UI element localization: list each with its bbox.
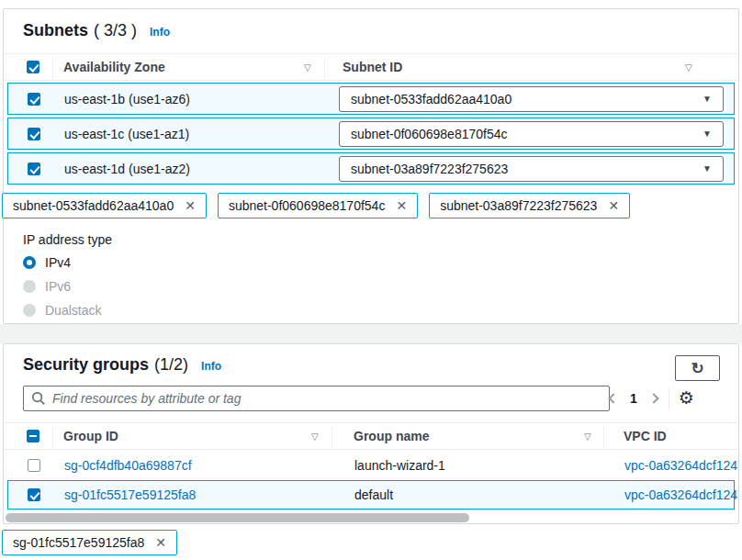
caret-down-icon: ▼	[703, 87, 712, 111]
column-header-group-id[interactable]: Group ID	[63, 429, 118, 443]
subnets-count: ( 3/3 )	[94, 21, 137, 40]
radio-option-ipv6[interactable]: IPv6	[23, 279, 71, 294]
ip-address-type-label: IP address type	[23, 232, 112, 247]
sort-icon[interactable]: ▽	[311, 431, 319, 442]
pagination-page-number[interactable]: 1	[630, 391, 637, 406]
subnets-title: Subnets	[23, 21, 88, 40]
close-icon[interactable]: ✕	[185, 199, 196, 212]
security-groups-count: (1/2)	[154, 355, 188, 375]
subnet-row[interactable]: us-east-1b (use1-az6) subnet-0533fadd62a…	[7, 83, 735, 115]
radio-option-dualstack[interactable]: Dualstack	[23, 303, 101, 318]
security-group-token: sg-01fc5517e59125fa8 ✕	[2, 530, 177, 555]
subnet-id-select[interactable]: subnet-0533fadd62aa410a0 ▼	[339, 86, 724, 112]
vpc-id-link[interactable]: vpc-0a63264dcf124	[624, 487, 737, 502]
availability-zone-label: us-east-1c (use1-az1)	[64, 127, 189, 141]
close-icon[interactable]: ✕	[155, 536, 166, 549]
row-checkbox[interactable]	[28, 162, 40, 175]
pagination-prev-icon[interactable]	[608, 393, 618, 403]
panel-gap	[0, 324, 742, 343]
column-header-vpc-id[interactable]: VPC ID	[624, 429, 667, 443]
security-groups-table-header: Group ID ▽ Group name ▽ VPC ID	[4, 422, 738, 450]
settings-gear-icon[interactable]: ⚙	[679, 389, 694, 408]
group-name-label: default	[354, 487, 393, 502]
token-label: subnet-03a89f7223f275623	[440, 198, 597, 213]
security-groups-title: Security groups	[23, 355, 149, 375]
token-label: sg-01fc5517e59125fa8	[13, 535, 144, 550]
subnet-row[interactable]: us-east-1d (use1-az2) subnet-03a89f7223f…	[7, 152, 735, 185]
token-label: subnet-0f060698e8170f54c	[229, 198, 385, 213]
security-group-row[interactable]: sg-0cf4dfb40a69887cf launch-wizard-1 vpc…	[7, 451, 735, 480]
sort-icon[interactable]: ▽	[304, 62, 311, 73]
sort-icon[interactable]: ▽	[685, 62, 692, 73]
subnet-token-group: subnet-0533fadd62aa410a0 ✕ subnet-0f0606…	[2, 193, 630, 218]
radio-selected-icon[interactable]	[23, 256, 36, 269]
token-label: subnet-0533fadd62aa410a0	[13, 198, 174, 213]
radio-disabled-icon	[23, 280, 36, 293]
row-checkbox[interactable]	[28, 459, 40, 472]
column-header-group-name[interactable]: Group name	[354, 429, 429, 443]
security-group-row[interactable]: sg-01fc5517e59125fa8 default vpc-0a63264…	[7, 480, 735, 510]
security-groups-header: Security groups (1/2) Info	[23, 355, 221, 375]
page: Subnets ( 3/3 ) Info Availability Zone ▽…	[0, 0, 742, 560]
column-divider	[52, 427, 53, 447]
search-box	[23, 386, 610, 411]
row-checkbox[interactable]	[28, 488, 40, 501]
pagination-next-icon[interactable]	[648, 393, 658, 403]
sort-icon[interactable]: ▽	[584, 431, 591, 442]
caret-down-icon: ▼	[703, 122, 712, 146]
vpc-id-link[interactable]: vpc-0a63264dcf124	[624, 458, 737, 473]
column-divider	[52, 58, 53, 78]
subnet-token: subnet-0533fadd62aa410a0 ✕	[2, 193, 207, 218]
column-divider	[324, 58, 325, 78]
group-name-label: launch-wizard-1	[354, 458, 445, 473]
subnet-row[interactable]: us-east-1c (use1-az1) subnet-0f060698e81…	[7, 118, 735, 150]
group-id-link[interactable]: sg-01fc5517e59125fa8	[64, 487, 196, 502]
column-divider	[603, 427, 604, 447]
column-header-availability-zone[interactable]: Availability Zone	[63, 60, 165, 74]
subnet-token: subnet-0f060698e8170f54c ✕	[218, 193, 418, 218]
subnet-id-select[interactable]: subnet-0f060698e8170f54c ▼	[339, 121, 724, 147]
refresh-icon: ↻	[691, 361, 703, 376]
horizontal-scrollbar-thumb[interactable]	[6, 513, 469, 522]
subnets-table-header: Availability Zone ▽ Subnet ID ▽	[4, 53, 738, 81]
radio-label: IPv4	[45, 255, 71, 270]
availability-zone-label: us-east-1b (use1-az6)	[64, 92, 190, 106]
row-checkbox[interactable]	[28, 93, 40, 106]
subnet-id-select[interactable]: subnet-03a89f7223f275623 ▼	[339, 156, 724, 182]
select-all-checkbox[interactable]	[27, 430, 39, 442]
security-groups-info-link[interactable]: Info	[201, 360, 221, 373]
security-group-token-group: sg-01fc5517e59125fa8 ✕	[2, 530, 177, 555]
divider	[669, 387, 669, 409]
subnets-select-all-checkbox[interactable]	[27, 61, 39, 73]
caret-down-icon: ▼	[703, 157, 712, 181]
close-icon[interactable]: ✕	[396, 199, 407, 212]
pagination: 1 ⚙	[610, 386, 694, 411]
search-input[interactable]	[52, 391, 601, 406]
subnet-select-value: subnet-0533fadd62aa410a0	[351, 92, 512, 106]
column-header-subnet-id[interactable]: Subnet ID	[343, 60, 402, 74]
subnet-token: subnet-03a89f7223f275623 ✕	[429, 193, 630, 218]
close-icon[interactable]: ✕	[608, 199, 619, 212]
group-id-link[interactable]: sg-0cf4dfb40a69887cf	[64, 458, 192, 473]
row-checkbox[interactable]	[28, 128, 40, 140]
subnet-select-value: subnet-0f060698e8170f54c	[351, 127, 507, 141]
security-groups-panel: Security groups (1/2) Info ↻ 1 ⚙ Group I…	[3, 343, 739, 524]
radio-label: IPv6	[45, 279, 71, 294]
subnets-info-link[interactable]: Info	[150, 26, 170, 39]
refresh-button[interactable]: ↻	[675, 355, 720, 381]
radio-option-ipv4[interactable]: IPv4	[23, 255, 71, 270]
radio-disabled-icon	[23, 304, 36, 317]
search-icon	[31, 391, 46, 406]
column-divider	[332, 427, 332, 447]
radio-label: Dualstack	[45, 303, 101, 318]
subnets-header: Subnets ( 3/3 ) Info	[23, 21, 170, 40]
subnets-panel: Subnets ( 3/3 ) Info Availability Zone ▽…	[3, 8, 739, 324]
availability-zone-label: us-east-1d (use1-az2)	[64, 162, 190, 176]
subnet-select-value: subnet-03a89f7223f275623	[351, 162, 508, 176]
